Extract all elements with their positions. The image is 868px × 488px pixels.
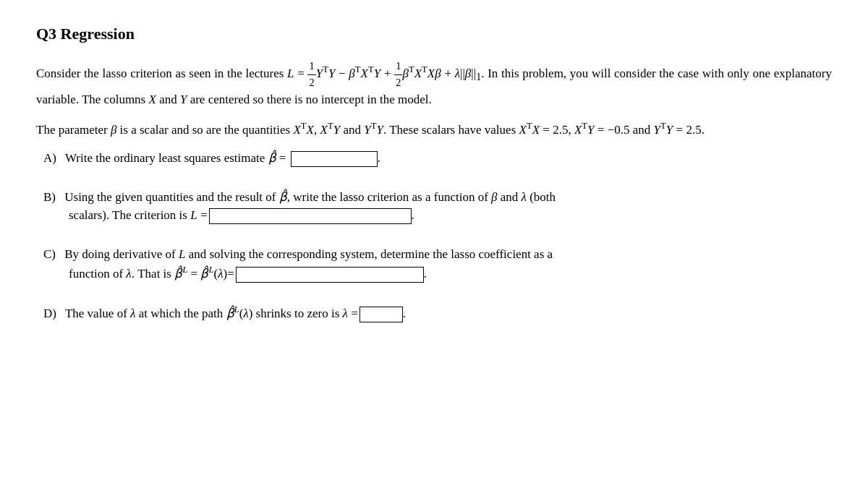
- part-b-line1: B) Using the given quantities and the re…: [43, 188, 832, 207]
- part-c-line1: C) By doing derivative of L and solving …: [43, 245, 832, 264]
- part-a-answer-box[interactable]: [291, 151, 378, 167]
- part-c-line2: function of λ. That is β̂L = β̂L(λ)=.: [69, 263, 832, 283]
- part-d: D) The value of λ at which the path β̂L(…: [43, 303, 832, 322]
- part-d-text: The value of λ at which the path β̂L(λ) …: [65, 307, 406, 320]
- part-a-label: A): [43, 151, 56, 165]
- part-a-text: Write the ordinary least squares estimat…: [65, 151, 380, 165]
- page-title: Q3 Regression: [36, 22, 832, 46]
- param-paragraph: The parameter β is a scalar and so are t…: [36, 119, 832, 139]
- part-d-answer-box[interactable]: [359, 307, 403, 322]
- intro-paragraph: Consider the lasso criterion as seen in …: [36, 59, 832, 109]
- part-b-answer-box[interactable]: [209, 208, 412, 224]
- part-c: C) By doing derivative of L and solving …: [43, 245, 832, 283]
- part-b: B) Using the given quantities and the re…: [43, 188, 832, 225]
- part-c-answer-box[interactable]: [236, 267, 424, 283]
- part-b-line2: scalars). The criterion is L =.: [69, 206, 832, 225]
- part-a: A) Write the ordinary least squares esti…: [43, 149, 832, 168]
